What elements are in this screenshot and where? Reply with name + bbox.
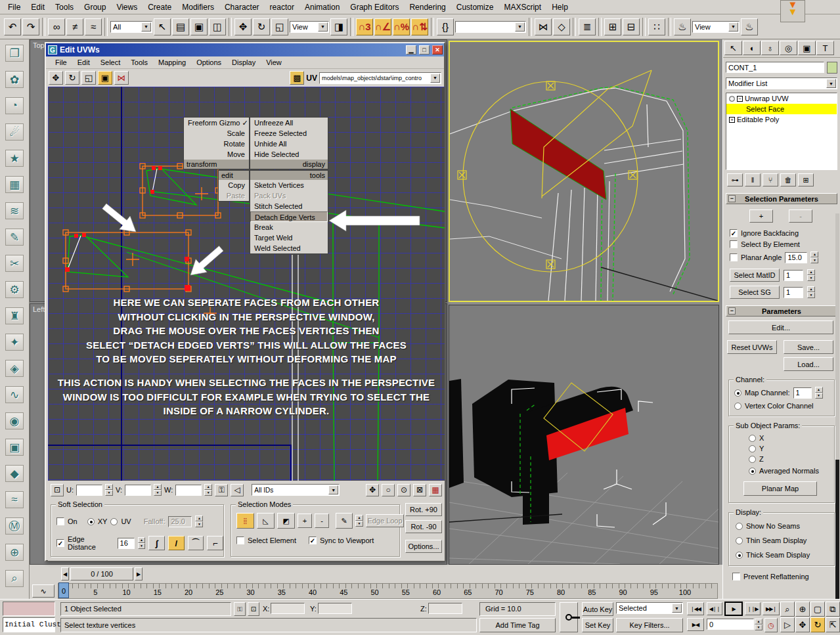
key-filters-button[interactable]: Key Filters... xyxy=(616,618,683,632)
reset-uvws-button[interactable]: Reset UVWs xyxy=(727,340,777,354)
nurbs-icon[interactable]: ≈ xyxy=(5,491,24,508)
viewport-perspective-wireframe[interactable] xyxy=(449,41,719,302)
objects-icon[interactable]: ❐ xyxy=(5,45,24,62)
curve-slow-out-icon[interactable]: ⌒ xyxy=(188,536,204,550)
xy-radio[interactable] xyxy=(87,518,95,525)
menu-tools[interactable]: Tools xyxy=(50,0,79,14)
map-channel-spinner[interactable]: ▲▼ xyxy=(815,387,823,399)
time-slider-left-arrow[interactable]: ◀ xyxy=(61,567,69,580)
contract-selection-button[interactable]: - xyxy=(789,209,812,223)
next-frame-button[interactable]: ❘❘▶ xyxy=(745,602,761,615)
rotate-plus-90-button[interactable]: Rot. +90 xyxy=(405,503,442,516)
go-to-start-button[interactable]: ❘◀◀ xyxy=(687,602,704,615)
snap-percent-icon[interactable]: ∩% xyxy=(393,18,410,35)
averaged-normals-radio[interactable] xyxy=(749,468,756,475)
align-icon[interactable]: ◇ xyxy=(553,18,570,35)
motion-tab[interactable]: ◎ xyxy=(780,41,797,55)
quad-item-scale[interactable]: Scale xyxy=(184,128,249,139)
make-unique-icon[interactable]: ⑂ xyxy=(763,173,778,186)
particles-icon[interactable]: ★ xyxy=(5,150,24,167)
rotate-minus-90-button[interactable]: Rot. -90 xyxy=(405,520,442,533)
max-icon[interactable]: Ⓜ xyxy=(5,517,24,535)
quad-item-weld-selected[interactable]: Weld Selected xyxy=(250,243,328,253)
render-scene-icon[interactable]: ♨ xyxy=(674,18,691,35)
scale-icon[interactable]: ◱ xyxy=(81,71,96,85)
pan-icon[interactable]: ✥ xyxy=(795,617,810,632)
quad-item-hide-selected[interactable]: Hide Selected xyxy=(250,149,328,160)
frame-spinner[interactable]: ▲▼ xyxy=(755,619,763,630)
modifiers-icon[interactable]: ✎ xyxy=(5,229,24,246)
uvw-icon[interactable]: ◈ xyxy=(5,360,24,377)
texture-list-dropdown[interactable]: models\map_objects\dstar\imp_contro▼ xyxy=(319,72,441,84)
menu-help[interactable]: Help xyxy=(546,0,573,14)
show-end-result-icon[interactable]: ‖ xyxy=(745,173,761,186)
select-by-element-checkbox[interactable] xyxy=(730,240,738,248)
quad-item-freeform-gizmo[interactable]: Freeform Gizmo ✓ xyxy=(184,118,249,128)
z-radio[interactable] xyxy=(749,456,756,463)
uvw-menu-select[interactable]: Select xyxy=(95,58,126,66)
planar-map-button[interactable]: Planar Map xyxy=(743,481,817,496)
select-element-checkbox[interactable] xyxy=(236,536,244,544)
selection-lock-icon[interactable]: ⚿ xyxy=(234,602,246,616)
material-editor-icon[interactable]: ∷ xyxy=(648,18,665,35)
stack-item-unwrap-uvw[interactable]: −Unwrap UVW xyxy=(726,93,837,104)
schematic-view-icon[interactable]: ⊟ xyxy=(623,18,640,35)
w-spinner[interactable]: ▲▼ xyxy=(204,484,212,496)
planar-angle-input[interactable] xyxy=(785,252,807,263)
ref-coord-dropdown[interactable]: View▼ xyxy=(290,21,329,33)
selection-parameters-rollout[interactable]: −Selection Parameters xyxy=(726,193,837,204)
select-scale-icon[interactable]: ◱ xyxy=(271,18,288,35)
thin-seam-radio[interactable] xyxy=(736,537,743,544)
uvw-menu-view[interactable]: View xyxy=(261,58,287,66)
v-spinner[interactable]: ▲▼ xyxy=(154,484,162,496)
edge-distance-input[interactable] xyxy=(118,538,135,549)
selection-filter-dropdown[interactable]: All▼ xyxy=(110,21,152,33)
time-configuration-icon[interactable]: ◷ xyxy=(764,618,778,632)
remove-modifier-icon[interactable]: 🗑 xyxy=(780,173,796,186)
key-filter-dropdown[interactable]: Selected▼ xyxy=(616,602,683,614)
zoom-extents-icon[interactable]: ▢ xyxy=(810,602,825,617)
unlink-icon[interactable]: ≠ xyxy=(66,18,83,35)
select-matid-button[interactable]: Select MatID xyxy=(730,269,780,282)
select-by-name-icon[interactable]: ▤ xyxy=(172,18,189,35)
redo-icon[interactable]: ↷ xyxy=(22,18,39,35)
helpers-icon[interactable]: ▦ xyxy=(5,176,24,193)
menu-character[interactable]: Character xyxy=(219,0,265,14)
shrink-selection-button[interactable]: - xyxy=(315,514,329,528)
planar-angle-spinner[interactable]: ▲▼ xyxy=(810,252,818,263)
rotate-icon[interactable]: ↻ xyxy=(65,71,79,85)
pan-icon[interactable]: ✥ xyxy=(366,484,379,496)
zoom-region-icon[interactable]: ⊙ xyxy=(397,484,410,496)
patch-icon[interactable]: ◆ xyxy=(5,465,24,482)
space-warps-icon[interactable]: ≋ xyxy=(5,202,24,219)
freeform-gizmo-icon[interactable]: ▣ xyxy=(98,71,112,85)
add-time-tag-button[interactable]: Add Time Tag xyxy=(479,618,556,632)
menu-reactor[interactable]: reactor xyxy=(265,0,299,14)
snap-3d-icon[interactable]: ∩3 xyxy=(356,18,373,35)
render-type-dropdown[interactable]: View▼ xyxy=(692,21,740,33)
uvw-menu-file[interactable]: File xyxy=(50,58,72,66)
vertex-mode-icon[interactable]: ⣿ xyxy=(236,513,254,529)
close-button[interactable]: ✕ xyxy=(432,45,443,55)
quad-item-pack-uvs[interactable]: Pack UVs xyxy=(250,190,328,201)
edge-distance-spinner[interactable]: ▲▼ xyxy=(138,537,146,549)
menu-modifiers[interactable]: Modifiers xyxy=(177,0,219,14)
current-frame-input[interactable] xyxy=(707,619,754,630)
subdiv-icon[interactable]: ✦ xyxy=(5,334,24,351)
prevent-reflattening-checkbox[interactable] xyxy=(732,573,740,580)
maximize-button[interactable]: □ xyxy=(419,45,430,55)
field-of-view-icon[interactable]: ▷ xyxy=(780,617,795,632)
snap-angle-icon[interactable]: ∩∠ xyxy=(374,18,391,35)
select-object-icon[interactable]: ↖ xyxy=(154,18,171,35)
named-selection-dropdown[interactable]: ▼ xyxy=(455,21,526,33)
falloff-spinner[interactable]: ▲▼ xyxy=(195,515,203,527)
configure-modifier-icon[interactable]: ⊞ xyxy=(798,173,814,186)
paint-select-icon[interactable]: ✎ xyxy=(336,513,353,529)
show-map-icon[interactable]: ▩ xyxy=(290,71,304,85)
rollup-chevron-icon[interactable]: ▼▼ xyxy=(780,0,805,22)
mini-curve-editor-icon[interactable]: ∿ xyxy=(32,584,55,598)
modifier-enable-bulb[interactable] xyxy=(729,96,735,102)
thick-seam-radio[interactable] xyxy=(736,552,743,559)
x-coord-input[interactable] xyxy=(271,603,305,614)
play-button[interactable]: ▶ xyxy=(724,602,743,616)
